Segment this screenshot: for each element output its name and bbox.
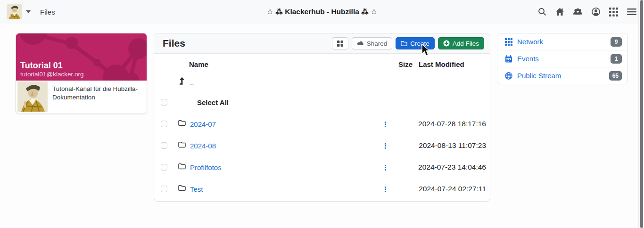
select-all-label: Select All [197, 98, 229, 106]
last-modified-cell: 2024-07-24 02:27:11 [419, 185, 486, 193]
channel-avatar[interactable] [7, 4, 22, 19]
row-menu-icon[interactable]: ⋮ [382, 164, 389, 171]
sidebar-item-public-stream[interactable]: Public Stream 65 [497, 67, 627, 84]
account-icon[interactable] [591, 7, 601, 17]
sidebar-item-label: Network [517, 38, 611, 46]
right-sidebar: Network 9 Events 1 Public Stream 65 [497, 33, 628, 84]
sidebar-item-label: Events [517, 55, 611, 63]
select-all-row: Select All [154, 91, 490, 113]
apps-grid-icon[interactable] [609, 7, 619, 17]
page: Files ☆ ⁂ Klackerhub - Hubzilla ⁂ ☆ [0, 0, 644, 228]
sidebar-item-events[interactable]: Events 1 [497, 50, 627, 67]
count-badge: 9 [611, 37, 622, 47]
plus-circle-icon [443, 40, 450, 47]
scrollbar-thumb[interactable] [640, 0, 643, 228]
profile-avatar[interactable] [17, 81, 48, 112]
column-header-size[interactable]: Size [398, 60, 413, 68]
menu-icon[interactable] [627, 7, 636, 17]
avatar-image [7, 4, 22, 19]
row-checkbox[interactable] [161, 186, 167, 192]
files-panel-header: Files Shared Create Add Files [154, 33, 490, 54]
folder-link[interactable]: Profilfotos [190, 163, 222, 171]
parent-directory-row: .. [154, 71, 490, 93]
file-row: Profilfotos ⋮ 2024-07-23 14:04:46 [154, 156, 490, 178]
scrollbar-track[interactable] [638, 0, 644, 228]
create-button[interactable]: Create [396, 37, 435, 49]
parent-directory-link[interactable]: .. [190, 78, 194, 86]
chevron-down-icon[interactable] [26, 10, 31, 13]
channel-name: Tutorial 01 [20, 61, 84, 71]
folder-icon [178, 120, 186, 128]
folder-link[interactable]: Test [190, 185, 203, 193]
folder-icon [178, 163, 186, 171]
globe-icon [505, 72, 513, 80]
search-icon[interactable] [537, 7, 547, 17]
row-menu-icon[interactable]: ⋮ [382, 121, 389, 128]
add-files-button[interactable]: Add Files [438, 37, 484, 49]
avatar-image [17, 81, 48, 112]
home-icon[interactable] [555, 7, 565, 17]
row-checkbox[interactable] [161, 142, 167, 149]
view-toggle-button[interactable] [332, 37, 348, 49]
files-panel: Files Shared Create Add Files [154, 33, 490, 202]
page-title: Files [163, 38, 185, 49]
folder-icon [178, 141, 186, 150]
sidebar-item-label: Public Stream [517, 72, 609, 80]
shared-button-label: Shared [367, 40, 388, 47]
breadcrumb: Files [40, 8, 55, 16]
count-badge: 1 [611, 54, 622, 64]
count-badge: 65 [609, 71, 622, 81]
file-row: 2024-07 ⋮ 2024-07-28 18:17:16 [154, 113, 490, 135]
top-navbar: Files ☆ ⁂ Klackerhub - Hubzilla ⁂ ☆ [0, 0, 644, 24]
column-header-modified[interactable]: Last Modified [419, 60, 464, 68]
groups-icon[interactable] [573, 7, 583, 17]
last-modified-cell: 2024-08-13 11:07:23 [419, 141, 486, 150]
last-modified-cell: 2024-07-23 14:04:46 [418, 163, 486, 171]
file-row: Test ⋮ 2024-07-24 02:27:11 [154, 178, 490, 200]
grid-2x2-icon [337, 41, 343, 47]
folder-link[interactable]: 2024-08 [190, 142, 216, 150]
level-up-icon [178, 77, 185, 87]
row-checkbox[interactable] [161, 121, 167, 127]
channel-description: Tutorial-Kanal für die Hubzilla-Dokument… [52, 85, 142, 102]
folder-icon [401, 41, 407, 47]
channel-banner: Tutorial 01 tutorial01@klacker.org [16, 33, 147, 81]
shared-button[interactable]: Shared [352, 37, 393, 49]
calendar-icon [505, 55, 513, 63]
select-all-checkbox[interactable] [161, 99, 167, 106]
cloud-icon [357, 41, 364, 46]
row-menu-icon[interactable]: ⋮ [382, 186, 389, 193]
row-checkbox[interactable] [161, 164, 167, 171]
column-header-name[interactable]: Name [189, 60, 208, 68]
grid-3x3-icon [505, 38, 513, 46]
sidebar-item-network[interactable]: Network 9 [497, 33, 627, 50]
add-files-button-label: Add Files [453, 40, 479, 47]
folder-link[interactable]: 2024-07 [190, 120, 216, 128]
file-row: 2024-08 ⋮ 2024-08-13 11:07:23 [154, 135, 490, 156]
channel-address: tutorial01@klacker.org [20, 71, 84, 78]
create-button-label: Create [410, 40, 429, 47]
channel-profile-card: Tutorial 01 tutorial01@klacker.org Tutor… [16, 33, 147, 114]
last-modified-cell: 2024-07-28 18:17:16 [418, 120, 486, 128]
folder-icon [178, 185, 186, 193]
row-menu-icon[interactable]: ⋮ [382, 142, 389, 149]
